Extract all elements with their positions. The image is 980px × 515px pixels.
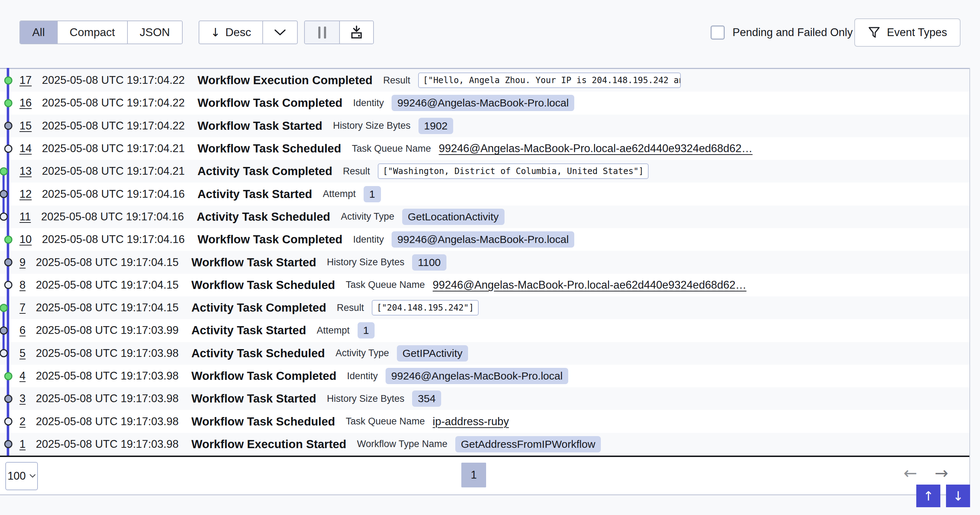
event-row[interactable]: 7 2025-05-08 UTC 19:17:04.15 Activity Ta… <box>0 296 969 319</box>
event-types-label: Event Types <box>887 26 947 39</box>
event-row[interactable]: 11 2025-05-08 UTC 19:17:04.16 Activity T… <box>0 206 969 228</box>
event-timestamp: 2025-05-08 UTC 19:17:03.98 <box>36 347 178 360</box>
event-id-link[interactable]: 15 <box>19 120 32 132</box>
event-id-link[interactable]: 14 <box>19 142 32 155</box>
next-page-button[interactable]: → <box>935 465 948 481</box>
event-detail-value: GetAddressFromIPWorkflow <box>455 436 601 452</box>
event-detail-label: Identity <box>353 98 384 109</box>
pause-button[interactable] <box>305 21 340 43</box>
sort-desc-button[interactable]: ↓ Desc <box>199 21 262 43</box>
pagination-footer: 100 1 ← → <box>0 457 969 495</box>
event-row[interactable]: 3 2025-05-08 UTC 19:17:03.98 Workflow Ta… <box>0 387 969 410</box>
download-button[interactable] <box>340 21 373 43</box>
page-number-button[interactable]: 1 <box>461 463 486 487</box>
event-row[interactable]: 2 2025-05-08 UTC 19:17:03.98 Workflow Ta… <box>0 410 969 433</box>
event-detail-value: ["204.148.195.242"] <box>372 300 479 315</box>
event-name: Workflow Task Completed <box>197 233 343 246</box>
scroll-to-bottom-button[interactable]: ↓ <box>946 485 970 507</box>
event-detail-value: GetLocationActivity <box>402 209 504 225</box>
event-name: Activity Task Scheduled <box>191 347 325 360</box>
event-detail-label: Result <box>337 303 364 314</box>
event-name: Workflow Task Completed <box>191 369 337 383</box>
event-detail-value[interactable]: ip-address-ruby <box>433 415 509 428</box>
event-detail-value[interactable]: 99246@Angelas-MacBook-Pro.local-ae62d440… <box>439 142 752 155</box>
event-types-button[interactable]: Event Types <box>854 18 961 47</box>
event-row[interactable]: 16 2025-05-08 UTC 19:17:04.22 Workflow T… <box>0 92 969 114</box>
event-name: Workflow Task Scheduled <box>191 278 335 292</box>
event-id-link[interactable]: 4 <box>19 370 25 382</box>
event-timestamp: 2025-05-08 UTC 19:17:03.98 <box>36 415 178 428</box>
event-timestamp: 2025-05-08 UTC 19:17:04.16 <box>41 211 184 223</box>
event-detail-value: ["Hello, Angela Zhou. Your IP is 204.148… <box>418 73 681 88</box>
event-detail-value: 354 <box>412 390 441 407</box>
event-row[interactable]: 15 2025-05-08 UTC 19:17:04.22 Workflow T… <box>0 115 969 137</box>
event-history-page: All Compact JSON ↓ Desc <box>0 0 980 515</box>
pause-download-controls <box>304 21 374 44</box>
event-row[interactable]: 4 2025-05-08 UTC 19:17:03.98 Workflow Ta… <box>0 364 969 387</box>
event-id-link[interactable]: 17 <box>19 74 32 87</box>
tab-json[interactable]: JSON <box>128 21 182 43</box>
event-detail-value: 1902 <box>418 118 453 134</box>
event-id-link[interactable]: 2 <box>19 415 25 428</box>
event-id-link[interactable]: 3 <box>19 392 25 405</box>
event-id-link[interactable]: 8 <box>19 279 25 292</box>
pause-icon <box>318 27 320 38</box>
event-row[interactable]: 5 2025-05-08 UTC 19:17:03.98 Activity Ta… <box>0 342 969 364</box>
event-id-link[interactable]: 6 <box>19 324 25 337</box>
event-row[interactable]: 1 2025-05-08 UTC 19:17:03.98 Workflow Ex… <box>0 433 969 456</box>
sort-expand-button[interactable] <box>262 21 297 43</box>
event-name: Workflow Task Started <box>191 392 317 406</box>
event-timestamp: 2025-05-08 UTC 19:17:04.15 <box>36 256 178 269</box>
event-id-link[interactable]: 1 <box>19 438 25 451</box>
event-row[interactable]: 9 2025-05-08 UTC 19:17:04.15 Workflow Ta… <box>0 251 969 273</box>
event-detail-value: 99246@Angelas-MacBook-Pro.local <box>385 368 568 384</box>
event-row[interactable]: 12 2025-05-08 UTC 19:17:04.16 Activity T… <box>0 182 969 205</box>
previous-page-button[interactable]: ← <box>904 465 917 481</box>
event-name: Activity Task Started <box>197 187 312 201</box>
event-name: Activity Task Started <box>191 324 306 337</box>
tab-compact[interactable]: Compact <box>58 21 128 43</box>
event-id-link[interactable]: 9 <box>19 256 25 269</box>
pending-failed-checkbox[interactable] <box>711 25 725 40</box>
event-id-link[interactable]: 16 <box>19 97 32 109</box>
event-detail-value: 1 <box>358 322 375 339</box>
page-size-select[interactable]: 100 <box>5 462 38 490</box>
event-row[interactable]: 8 2025-05-08 UTC 19:17:04.15 Workflow Ta… <box>0 274 969 296</box>
event-name: Workflow Execution Started <box>191 437 347 451</box>
event-timestamp: 2025-05-08 UTC 19:17:04.22 <box>42 120 185 132</box>
event-detail-value: 99246@Angelas-MacBook-Pro.local <box>391 95 574 111</box>
event-row[interactable]: 6 2025-05-08 UTC 19:17:03.99 Activity Ta… <box>0 319 969 342</box>
event-id-link[interactable]: 11 <box>19 211 31 223</box>
event-id-link[interactable]: 13 <box>19 165 32 177</box>
sort-label: Desc <box>225 26 251 39</box>
event-detail-label: Activity Type <box>341 211 395 222</box>
tab-all[interactable]: All <box>20 21 58 43</box>
event-detail-label: Attempt <box>317 325 350 336</box>
event-name: Workflow Task Scheduled <box>191 415 335 428</box>
scroll-to-top-button[interactable]: ↑ <box>916 485 940 507</box>
event-timestamp: 2025-05-08 UTC 19:17:04.21 <box>42 165 185 177</box>
pending-failed-label: Pending and Failed Only <box>732 26 853 39</box>
event-id-link[interactable]: 12 <box>19 188 32 201</box>
event-timestamp: 2025-05-08 UTC 19:17:04.22 <box>42 97 185 109</box>
event-name: Workflow Task Completed <box>197 96 343 109</box>
event-name: Activity Task Scheduled <box>197 210 330 223</box>
event-detail-value: GetIPActivity <box>397 345 468 361</box>
event-detail-value: 1100 <box>412 254 447 271</box>
pending-failed-filter: Pending and Failed Only <box>711 21 853 44</box>
event-row[interactable]: 17 2025-05-08 UTC 19:17:04.22 Workflow E… <box>0 69 969 92</box>
event-id-link[interactable]: 5 <box>19 347 25 360</box>
event-timestamp: 2025-05-08 UTC 19:17:03.98 <box>36 438 178 451</box>
event-timestamp: 2025-05-08 UTC 19:17:04.22 <box>42 74 185 87</box>
arrow-left-icon: ← <box>904 463 917 482</box>
event-row[interactable]: 14 2025-05-08 UTC 19:17:04.21 Workflow T… <box>0 137 969 160</box>
arrow-right-icon: → <box>935 463 948 482</box>
event-timestamp: 2025-05-08 UTC 19:17:04.15 <box>36 279 178 292</box>
event-row[interactable]: 10 2025-05-08 UTC 19:17:04.16 Workflow T… <box>0 228 969 251</box>
event-timestamp: 2025-05-08 UTC 19:17:04.15 <box>36 301 178 314</box>
event-id-link[interactable]: 7 <box>19 301 25 314</box>
event-row[interactable]: 13 2025-05-08 UTC 19:17:04.21 Activity T… <box>0 160 969 182</box>
arrow-down-icon: ↓ <box>211 25 221 39</box>
event-id-link[interactable]: 10 <box>19 233 32 246</box>
event-detail-value[interactable]: 99246@Angelas-MacBook-Pro.local-ae62d440… <box>433 279 746 292</box>
